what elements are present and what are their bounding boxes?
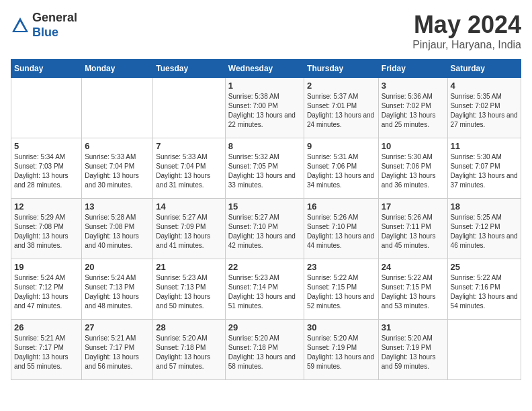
calendar-cell: 27Sunrise: 5:21 AM Sunset: 7:17 PM Dayli… <box>82 320 153 380</box>
calendar-week-1: 1Sunrise: 5:38 AM Sunset: 7:00 PM Daylig… <box>11 78 521 138</box>
day-number: 2 <box>307 81 375 91</box>
day-info: Sunrise: 5:20 AM Sunset: 7:19 PM Dayligh… <box>307 334 375 371</box>
day-number: 20 <box>85 262 150 272</box>
calendar-cell: 19Sunrise: 5:24 AM Sunset: 7:12 PM Dayli… <box>11 259 82 320</box>
calendar-cell: 16Sunrise: 5:26 AM Sunset: 7:10 PM Dayli… <box>304 199 379 259</box>
calendar-cell: 5Sunrise: 5:34 AM Sunset: 7:03 PM Daylig… <box>11 138 82 199</box>
calendar-week-4: 19Sunrise: 5:24 AM Sunset: 7:12 PM Dayli… <box>11 259 521 320</box>
day-info: Sunrise: 5:22 AM Sunset: 7:16 PM Dayligh… <box>451 273 518 311</box>
calendar-cell <box>153 78 225 138</box>
day-info: Sunrise: 5:33 AM Sunset: 7:04 PM Dayligh… <box>156 152 222 190</box>
calendar-cell: 1Sunrise: 5:38 AM Sunset: 7:00 PM Daylig… <box>225 78 304 138</box>
logo-text: General Blue <box>32 11 77 40</box>
day-number: 5 <box>14 141 79 151</box>
calendar-cell: 6Sunrise: 5:33 AM Sunset: 7:04 PM Daylig… <box>82 138 153 199</box>
calendar-cell: 7Sunrise: 5:33 AM Sunset: 7:04 PM Daylig… <box>153 138 225 199</box>
calendar-cell: 30Sunrise: 5:20 AM Sunset: 7:19 PM Dayli… <box>304 320 379 380</box>
calendar-week-3: 12Sunrise: 5:29 AM Sunset: 7:08 PM Dayli… <box>11 199 521 259</box>
day-info: Sunrise: 5:37 AM Sunset: 7:01 PM Dayligh… <box>307 92 375 130</box>
column-header-saturday: Saturday <box>447 60 521 78</box>
column-header-friday: Friday <box>378 60 447 78</box>
day-info: Sunrise: 5:26 AM Sunset: 7:11 PM Dayligh… <box>382 213 445 250</box>
day-info: Sunrise: 5:20 AM Sunset: 7:19 PM Dayligh… <box>382 334 445 371</box>
day-number: 26 <box>14 322 79 332</box>
day-info: Sunrise: 5:20 AM Sunset: 7:18 PM Dayligh… <box>156 334 222 371</box>
day-number: 31 <box>382 322 445 332</box>
calendar-cell: 3Sunrise: 5:36 AM Sunset: 7:02 PM Daylig… <box>378 78 447 138</box>
day-info: Sunrise: 5:21 AM Sunset: 7:17 PM Dayligh… <box>85 334 150 371</box>
day-number: 19 <box>14 262 79 272</box>
day-info: Sunrise: 5:31 AM Sunset: 7:06 PM Dayligh… <box>307 152 375 190</box>
day-number: 29 <box>228 322 301 332</box>
day-number: 6 <box>85 141 150 151</box>
day-number: 23 <box>307 262 375 272</box>
logo-icon <box>11 16 30 35</box>
calendar-cell: 8Sunrise: 5:32 AM Sunset: 7:05 PM Daylig… <box>225 138 304 199</box>
calendar-cell: 14Sunrise: 5:27 AM Sunset: 7:09 PM Dayli… <box>153 199 225 259</box>
title-block: May 2024 Pinjaur, Haryana, India <box>412 11 521 51</box>
calendar-cell: 23Sunrise: 5:22 AM Sunset: 7:15 PM Dayli… <box>304 259 379 320</box>
calendar-week-5: 26Sunrise: 5:21 AM Sunset: 7:17 PM Dayli… <box>11 320 521 380</box>
day-info: Sunrise: 5:32 AM Sunset: 7:05 PM Dayligh… <box>228 152 301 190</box>
day-info: Sunrise: 5:22 AM Sunset: 7:15 PM Dayligh… <box>307 273 375 311</box>
day-number: 10 <box>382 141 445 151</box>
page-header: General Blue May 2024 Pinjaur, Haryana, … <box>11 11 521 51</box>
day-info: Sunrise: 5:24 AM Sunset: 7:12 PM Dayligh… <box>14 273 79 311</box>
day-number: 12 <box>14 201 79 212</box>
day-info: Sunrise: 5:21 AM Sunset: 7:17 PM Dayligh… <box>14 334 79 371</box>
day-number: 28 <box>156 322 222 332</box>
day-info: Sunrise: 5:23 AM Sunset: 7:13 PM Dayligh… <box>156 273 222 311</box>
calendar-cell: 10Sunrise: 5:30 AM Sunset: 7:06 PM Dayli… <box>378 138 447 199</box>
day-number: 16 <box>307 201 375 212</box>
day-info: Sunrise: 5:26 AM Sunset: 7:10 PM Dayligh… <box>307 213 375 250</box>
calendar-cell: 22Sunrise: 5:23 AM Sunset: 7:14 PM Dayli… <box>225 259 304 320</box>
day-number: 11 <box>451 141 518 151</box>
day-number: 30 <box>307 322 375 332</box>
calendar-cell: 12Sunrise: 5:29 AM Sunset: 7:08 PM Dayli… <box>11 199 82 259</box>
column-header-monday: Monday <box>82 60 153 78</box>
day-number: 7 <box>156 141 222 151</box>
day-number: 4 <box>451 81 518 91</box>
day-info: Sunrise: 5:33 AM Sunset: 7:04 PM Dayligh… <box>85 152 150 190</box>
calendar-cell: 20Sunrise: 5:24 AM Sunset: 7:13 PM Dayli… <box>82 259 153 320</box>
calendar-week-2: 5Sunrise: 5:34 AM Sunset: 7:03 PM Daylig… <box>11 138 521 199</box>
calendar-cell: 31Sunrise: 5:20 AM Sunset: 7:19 PM Dayli… <box>378 320 447 380</box>
day-number: 18 <box>451 201 518 212</box>
calendar-cell: 26Sunrise: 5:21 AM Sunset: 7:17 PM Dayli… <box>11 320 82 380</box>
day-info: Sunrise: 5:24 AM Sunset: 7:13 PM Dayligh… <box>85 273 150 311</box>
day-info: Sunrise: 5:27 AM Sunset: 7:10 PM Dayligh… <box>228 213 301 250</box>
day-number: 14 <box>156 201 222 212</box>
day-info: Sunrise: 5:35 AM Sunset: 7:02 PM Dayligh… <box>451 92 518 130</box>
day-info: Sunrise: 5:22 AM Sunset: 7:15 PM Dayligh… <box>382 273 445 311</box>
day-number: 17 <box>382 201 445 212</box>
day-number: 25 <box>451 262 518 272</box>
day-info: Sunrise: 5:28 AM Sunset: 7:08 PM Dayligh… <box>85 213 150 250</box>
calendar-cell: 24Sunrise: 5:22 AM Sunset: 7:15 PM Dayli… <box>378 259 447 320</box>
column-header-tuesday: Tuesday <box>153 60 225 78</box>
day-info: Sunrise: 5:34 AM Sunset: 7:03 PM Dayligh… <box>14 152 79 190</box>
calendar-cell: 4Sunrise: 5:35 AM Sunset: 7:02 PM Daylig… <box>447 78 521 138</box>
day-number: 9 <box>307 141 375 151</box>
day-info: Sunrise: 5:38 AM Sunset: 7:00 PM Dayligh… <box>228 92 301 130</box>
calendar-cell <box>82 78 153 138</box>
calendar-cell: 11Sunrise: 5:30 AM Sunset: 7:07 PM Dayli… <box>447 138 521 199</box>
day-info: Sunrise: 5:20 AM Sunset: 7:18 PM Dayligh… <box>228 334 301 371</box>
logo: General Blue <box>11 11 77 40</box>
day-number: 15 <box>228 201 301 212</box>
day-number: 1 <box>228 81 301 91</box>
calendar-cell: 25Sunrise: 5:22 AM Sunset: 7:16 PM Dayli… <box>447 259 521 320</box>
calendar-table: SundayMondayTuesdayWednesdayThursdayFrid… <box>11 59 521 380</box>
calendar-cell: 29Sunrise: 5:20 AM Sunset: 7:18 PM Dayli… <box>225 320 304 380</box>
column-header-sunday: Sunday <box>11 60 82 78</box>
day-info: Sunrise: 5:30 AM Sunset: 7:07 PM Dayligh… <box>451 152 518 190</box>
column-header-wednesday: Wednesday <box>225 60 304 78</box>
calendar-cell: 2Sunrise: 5:37 AM Sunset: 7:01 PM Daylig… <box>304 78 379 138</box>
day-info: Sunrise: 5:23 AM Sunset: 7:14 PM Dayligh… <box>228 273 301 311</box>
subtitle: Pinjaur, Haryana, India <box>412 39 521 51</box>
day-number: 21 <box>156 262 222 272</box>
calendar-cell: 13Sunrise: 5:28 AM Sunset: 7:08 PM Dayli… <box>82 199 153 259</box>
day-number: 3 <box>382 81 445 91</box>
day-number: 24 <box>382 262 445 272</box>
calendar-cell: 18Sunrise: 5:25 AM Sunset: 7:12 PM Dayli… <box>447 199 521 259</box>
day-number: 27 <box>85 322 150 332</box>
